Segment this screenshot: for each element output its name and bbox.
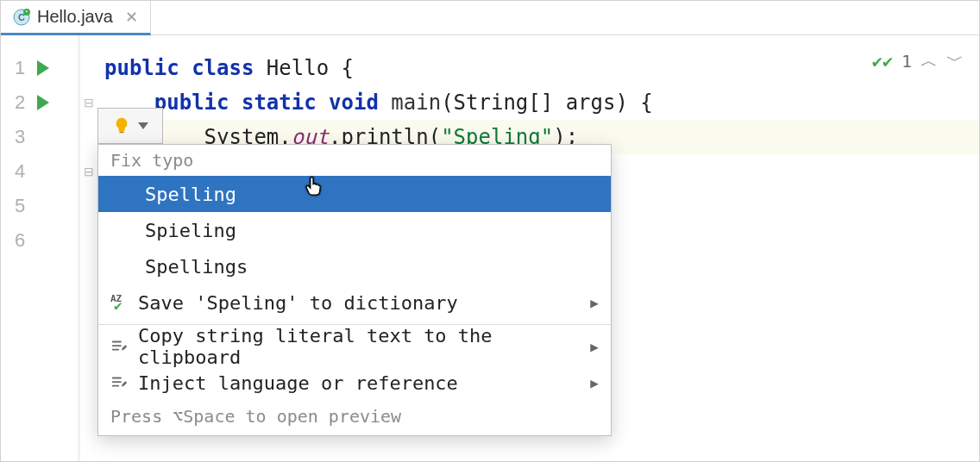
popup-header: Fix typo [98,145,611,176]
chevron-down-icon[interactable]: ﹀ [946,49,964,72]
gutter-line[interactable]: 3 [1,120,78,154]
popup-item-copy-literal[interactable]: Copy string literal text to the clipboar… [98,328,611,365]
editor-tab-label: Hello.java [37,7,113,27]
chevron-up-icon[interactable]: ︿ [920,49,938,72]
submenu-arrow-icon: ▶ [590,375,599,391]
popup-footer-hint: Press ⌥Space to open preview [98,401,611,435]
popup-item-save-dictionary[interactable]: AZ✔ Save 'Speling' to dictionary ▶ [98,284,611,321]
submenu-arrow-icon: ▶ [590,339,599,355]
run-icon[interactable] [37,60,49,76]
editor-tabbar: C Hello.java ✕ [1,1,979,35]
line-number: 6 [15,229,25,252]
run-icon[interactable] [37,95,49,110]
problem-count: 1 [901,51,912,72]
popup-item-label: Spellings [145,256,248,278]
code-area[interactable]: public class Hello { public static void … [97,35,979,461]
ide-window: C Hello.java ✕ 1 2 3 4 5 6 ⊟ ⊟ public cl… [0,0,980,462]
popup-item-label: Spieling [145,220,236,241]
double-check-icon: ✔✔ [872,51,893,72]
edit-lines-icon [110,337,129,356]
popup-item-label: Spelling [145,184,236,205]
line-number: 3 [15,126,25,148]
line-number: 2 [15,91,25,114]
svg-rect-3 [119,131,124,133]
fold-toggle-icon[interactable] [80,51,97,85]
intention-popup: Fix typo Spelling Spieling Spellings AZ✔… [97,144,612,436]
chevron-down-icon [138,122,148,129]
fold-toggle-icon[interactable]: ⊟ [80,85,97,120]
intention-bulb-button[interactable] [97,108,163,144]
fold-column: ⊟ ⊟ [80,35,97,461]
gutter-line[interactable]: 1 [1,51,78,85]
submenu-arrow-icon: ▶ [590,295,599,311]
gutter-line[interactable]: 4 [1,154,78,189]
dictionary-icon: AZ✔ [110,295,129,310]
code-line[interactable]: public class Hello { [97,51,979,85]
line-number: 4 [15,160,25,183]
gutter: 1 2 3 4 5 6 [1,35,80,461]
gutter-line[interactable]: 2 [1,85,78,120]
inspection-status[interactable]: ✔✔ 1 ︿ ﹀ [872,49,964,72]
line-number: 5 [15,195,25,217]
lightbulb-icon [112,116,131,135]
popup-item-spieling[interactable]: Spieling [98,212,611,248]
line-number: 1 [15,57,25,79]
java-class-icon: C [13,9,30,26]
popup-item-label: Save 'Speling' to dictionary [138,292,458,314]
cursor-hand-icon [302,176,324,198]
code-line[interactable]: public static void main(String[] args) { [97,85,979,120]
editor-area: 1 2 3 4 5 6 ⊟ ⊟ public class Hello { pub… [1,35,979,461]
popup-item-label: Inject language or reference [138,372,458,394]
gutter-line[interactable]: 5 [1,189,78,223]
popup-item-label: Copy string literal text to the clipboar… [138,325,581,368]
popup-item-spellings[interactable]: Spellings [98,248,611,284]
close-icon[interactable]: ✕ [125,8,138,27]
edit-lines-icon [110,373,129,392]
popup-item-inject-language[interactable]: Inject language or reference ▶ [98,365,611,401]
popup-item-spelling[interactable]: Spelling [98,176,611,212]
fold-toggle-icon[interactable]: ⊟ [80,154,97,189]
gutter-line[interactable]: 6 [1,223,78,258]
editor-tab-hello[interactable]: C Hello.java ✕ [1,1,151,35]
